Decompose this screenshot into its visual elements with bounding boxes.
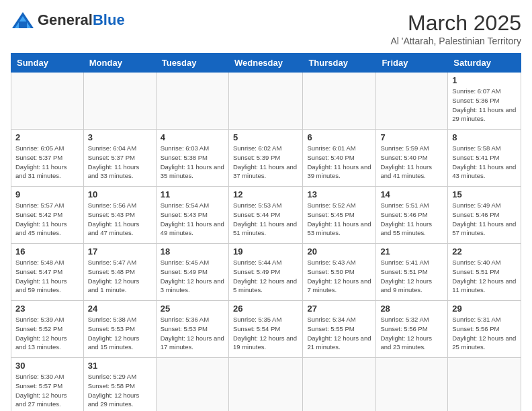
day-info: Sunrise: 5:35 AM Sunset: 5:54 PM Dayligh… [233,315,298,352]
calendar-cell: 22Sunrise: 5:40 AM Sunset: 5:51 PM Dayli… [448,244,521,301]
calendar-cell: 6Sunrise: 6:01 AM Sunset: 5:40 PM Daylig… [303,130,376,187]
day-number: 28 [380,304,443,314]
day-info: Sunrise: 5:53 AM Sunset: 5:44 PM Dayligh… [233,201,298,238]
day-info: Sunrise: 5:48 AM Sunset: 5:47 PM Dayligh… [15,258,79,295]
day-info: Sunrise: 5:57 AM Sunset: 5:42 PM Dayligh… [15,201,79,238]
day-info: Sunrise: 5:31 AM Sunset: 5:56 PM Dayligh… [452,315,517,352]
day-number: 26 [233,304,298,314]
calendar-cell [11,73,84,130]
title-block: March 2025 Al 'Attarah, Palestinian Terr… [390,11,521,46]
calendar-cell [303,73,376,130]
day-number: 13 [307,189,371,199]
day-number: 30 [15,361,79,371]
calendar-cell [228,73,302,130]
day-number: 20 [307,246,371,257]
page-header: GeneralBlue March 2025 Al 'Attarah, Pale… [11,11,521,46]
svg-rect-2 [19,21,27,28]
day-number: 11 [161,189,224,199]
calendar-cell: 14Sunrise: 5:51 AM Sunset: 5:46 PM Dayli… [376,187,448,244]
day-number: 23 [15,304,79,314]
day-info: Sunrise: 6:01 AM Sunset: 5:40 PM Dayligh… [307,144,371,181]
day-info: Sunrise: 5:38 AM Sunset: 5:53 PM Dayligh… [88,315,152,352]
day-number: 14 [380,189,443,199]
day-number: 17 [88,246,152,257]
calendar-table: SundayMondayTuesdayWednesdayThursdayFrid… [11,53,521,411]
week-row-4: 16Sunrise: 5:48 AM Sunset: 5:47 PM Dayli… [11,244,521,301]
column-header-tuesday: Tuesday [156,54,228,73]
day-info: Sunrise: 5:44 AM Sunset: 5:49 PM Dayligh… [233,258,298,295]
calendar-cell: 15Sunrise: 5:49 AM Sunset: 5:46 PM Dayli… [448,187,521,244]
day-info: Sunrise: 6:04 AM Sunset: 5:37 PM Dayligh… [88,144,152,181]
calendar-cell: 27Sunrise: 5:34 AM Sunset: 5:55 PM Dayli… [303,301,376,358]
day-number: 12 [233,189,298,199]
calendar-cell: 19Sunrise: 5:44 AM Sunset: 5:49 PM Dayli… [228,244,302,301]
calendar-cell: 9Sunrise: 5:57 AM Sunset: 5:42 PM Daylig… [11,187,84,244]
day-info: Sunrise: 5:59 AM Sunset: 5:40 PM Dayligh… [380,144,443,181]
calendar-cell [228,358,302,412]
day-number: 25 [161,304,224,314]
day-number: 24 [88,304,152,314]
calendar-cell [83,73,156,130]
calendar-cell [448,358,521,412]
day-number: 8 [452,132,517,142]
column-header-friday: Friday [376,54,448,73]
day-info: Sunrise: 5:56 AM Sunset: 5:43 PM Dayligh… [88,201,152,238]
logo-icon [11,11,35,30]
calendar-cell: 1Sunrise: 6:07 AM Sunset: 5:36 PM Daylig… [448,73,521,130]
week-row-1: 1Sunrise: 6:07 AM Sunset: 5:36 PM Daylig… [11,73,521,130]
calendar-cell: 13Sunrise: 5:52 AM Sunset: 5:45 PM Dayli… [303,187,376,244]
calendar-cell: 4Sunrise: 6:03 AM Sunset: 5:38 PM Daylig… [156,130,228,187]
column-header-monday: Monday [83,54,156,73]
day-info: Sunrise: 5:30 AM Sunset: 5:57 PM Dayligh… [15,372,79,409]
day-number: 3 [88,132,152,142]
day-info: Sunrise: 5:40 AM Sunset: 5:51 PM Dayligh… [452,258,517,295]
day-info: Sunrise: 5:45 AM Sunset: 5:49 PM Dayligh… [161,258,224,295]
day-number: 1 [452,75,517,85]
day-info: Sunrise: 5:58 AM Sunset: 5:41 PM Dayligh… [452,144,517,181]
day-info: Sunrise: 5:41 AM Sunset: 5:51 PM Dayligh… [380,258,443,295]
calendar-cell: 7Sunrise: 5:59 AM Sunset: 5:40 PM Daylig… [376,130,448,187]
day-info: Sunrise: 6:03 AM Sunset: 5:38 PM Dayligh… [161,144,224,181]
day-info: Sunrise: 5:54 AM Sunset: 5:43 PM Dayligh… [161,201,224,238]
calendar-cell: 18Sunrise: 5:45 AM Sunset: 5:49 PM Dayli… [156,244,228,301]
calendar-cell: 25Sunrise: 5:36 AM Sunset: 5:53 PM Dayli… [156,301,228,358]
week-row-6: 30Sunrise: 5:30 AM Sunset: 5:57 PM Dayli… [11,358,521,412]
logo-text: GeneralBlue [38,11,125,29]
week-row-3: 9Sunrise: 5:57 AM Sunset: 5:42 PM Daylig… [11,187,521,244]
day-number: 31 [88,361,152,371]
day-info: Sunrise: 5:52 AM Sunset: 5:45 PM Dayligh… [307,201,371,238]
day-number: 4 [161,132,224,142]
column-header-thursday: Thursday [303,54,376,73]
day-info: Sunrise: 5:32 AM Sunset: 5:56 PM Dayligh… [380,315,443,352]
week-row-5: 23Sunrise: 5:39 AM Sunset: 5:52 PM Dayli… [11,301,521,358]
day-number: 29 [452,304,517,314]
calendar-cell [303,358,376,412]
day-info: Sunrise: 5:29 AM Sunset: 5:58 PM Dayligh… [88,372,152,409]
calendar-cell: 11Sunrise: 5:54 AM Sunset: 5:43 PM Dayli… [156,187,228,244]
calendar-cell: 26Sunrise: 5:35 AM Sunset: 5:54 PM Dayli… [228,301,302,358]
day-info: Sunrise: 5:34 AM Sunset: 5:55 PM Dayligh… [307,315,371,352]
column-header-sunday: Sunday [11,54,84,73]
calendar-cell: 5Sunrise: 6:02 AM Sunset: 5:39 PM Daylig… [228,130,302,187]
calendar-cell: 16Sunrise: 5:48 AM Sunset: 5:47 PM Dayli… [11,244,84,301]
calendar-cell: 29Sunrise: 5:31 AM Sunset: 5:56 PM Dayli… [448,301,521,358]
calendar-cell: 31Sunrise: 5:29 AM Sunset: 5:58 PM Dayli… [83,358,156,412]
calendar-cell [156,73,228,130]
calendar-cell: 12Sunrise: 5:53 AM Sunset: 5:44 PM Dayli… [228,187,302,244]
day-number: 5 [233,132,298,142]
day-info: Sunrise: 5:36 AM Sunset: 5:53 PM Dayligh… [161,315,224,352]
logo: GeneralBlue [11,11,125,30]
day-number: 16 [15,246,79,257]
day-number: 15 [452,189,517,199]
calendar-cell: 8Sunrise: 5:58 AM Sunset: 5:41 PM Daylig… [448,130,521,187]
day-number: 27 [307,304,371,314]
day-info: Sunrise: 5:43 AM Sunset: 5:50 PM Dayligh… [307,258,371,295]
day-number: 10 [88,189,152,199]
month-title: March 2025 [390,11,521,36]
day-info: Sunrise: 6:05 AM Sunset: 5:37 PM Dayligh… [15,144,79,181]
day-number: 22 [452,246,517,257]
day-number: 9 [15,189,79,199]
calendar-cell: 21Sunrise: 5:41 AM Sunset: 5:51 PM Dayli… [376,244,448,301]
calendar-cell [376,358,448,412]
calendar-cell: 24Sunrise: 5:38 AM Sunset: 5:53 PM Dayli… [83,301,156,358]
